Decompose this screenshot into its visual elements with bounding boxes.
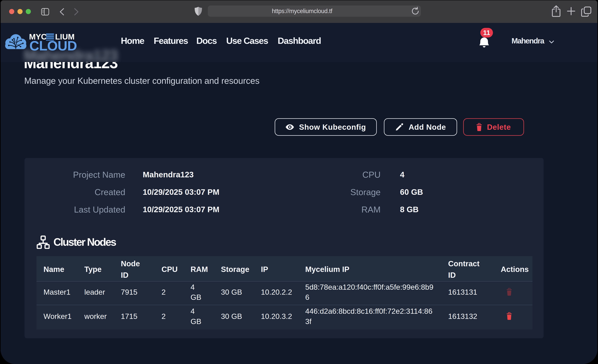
- svg-text:CLOUD: CLOUD: [29, 38, 77, 52]
